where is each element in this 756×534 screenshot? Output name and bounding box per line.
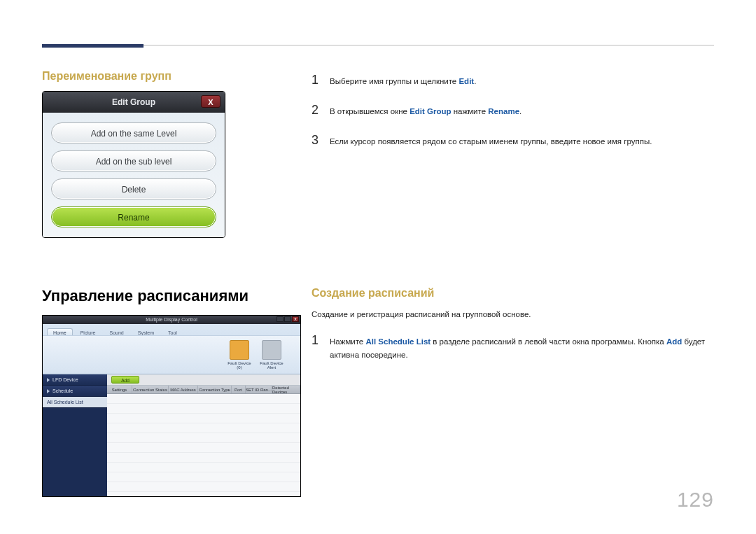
- tab-system[interactable]: System: [132, 328, 160, 335]
- step-text: В открывшемся окне: [330, 107, 410, 115]
- maximize-icon[interactable]: [284, 316, 291, 322]
- keyword-all-schedule: All Schedule List: [365, 337, 430, 346]
- chapter-bar: [42, 44, 144, 48]
- keyword-editgroup: Edit Group: [410, 107, 451, 115]
- grid-rows: [107, 394, 300, 496]
- step-text: .: [474, 77, 476, 85]
- col-detected: Detected Devices: [272, 386, 300, 393]
- step-text: нажмите: [451, 107, 489, 115]
- tab-home[interactable]: Home: [47, 328, 73, 335]
- ribbon-label: Fault Device (0): [225, 361, 254, 370]
- manage-schedules-heading: Управление расписаниями: [42, 287, 308, 305]
- ribbon-label: Fault Device Alert: [257, 361, 286, 370]
- sidebar-item-schedule[interactable]: Schedule: [43, 386, 107, 397]
- col-setid: SET ID Ran...: [246, 386, 272, 393]
- col-mac: MAC Address: [169, 386, 198, 393]
- edit-group-dialog: Edit Group X Add on the same Level Add o…: [42, 91, 225, 238]
- tab-sound[interactable]: Sound: [103, 328, 130, 335]
- step-number: 1: [312, 330, 330, 351]
- ribbon-fault-alert[interactable]: Fault Device Alert: [257, 340, 286, 370]
- col-port: Port: [232, 386, 246, 393]
- create-schedules-intro: Создание и регистрация расписаний на гру…: [312, 308, 714, 321]
- step-text: .: [519, 107, 522, 115]
- tab-tool[interactable]: Tool: [162, 328, 183, 335]
- step-number: 1: [312, 70, 330, 90]
- delete-button[interactable]: Delete: [51, 178, 216, 199]
- rename-steps: 1 Выберите имя группы и щелкните Edit. 2…: [308, 70, 714, 160]
- keyword-rename: Rename: [488, 107, 519, 115]
- page-number: 129: [677, 488, 714, 512]
- ribbon-fault-device[interactable]: Fault Device (0): [225, 340, 254, 370]
- keyword-add: Add: [666, 337, 682, 346]
- step-text: Если курсор появляется рядом со старым и…: [330, 135, 714, 148]
- close-icon[interactable]: X: [201, 95, 220, 108]
- warning-icon: [230, 340, 249, 360]
- dialog-title-text: Edit Group: [112, 97, 155, 107]
- sidebar-item-lfd[interactable]: LFD Device: [43, 374, 107, 386]
- col-conn-type: Connection Type: [198, 386, 232, 393]
- close-icon[interactable]: x: [292, 316, 299, 322]
- create-schedules-heading: Создание расписаний: [312, 287, 714, 300]
- col-conn-status: Connection Status: [132, 386, 169, 393]
- add-sub-level-button[interactable]: Add on the sub level: [51, 150, 216, 171]
- rename-button[interactable]: Rename: [51, 206, 216, 227]
- add-button[interactable]: Add: [111, 376, 139, 384]
- sidebar-item-all-schedule[interactable]: All Schedule List: [43, 397, 107, 408]
- mdc-window: Multiple Display Control x Home Picture …: [42, 315, 301, 497]
- add-same-level-button[interactable]: Add on the same Level: [51, 122, 216, 143]
- minimize-icon[interactable]: [276, 316, 284, 322]
- grid-header: Settings Connection Status MAC Address C…: [107, 386, 300, 394]
- page-content: Переименование групп Edit Group X Add on…: [42, 70, 714, 497]
- alert-icon: [262, 340, 281, 360]
- keyword-edit: Edit: [458, 77, 474, 85]
- step-number: 2: [312, 100, 330, 120]
- mdc-titlebar: Multiple Display Control x: [43, 316, 300, 324]
- sidebar: LFD Device Schedule All Schedule List: [43, 374, 107, 496]
- tab-picture[interactable]: Picture: [74, 328, 102, 335]
- rename-groups-heading: Переименование групп: [42, 70, 308, 83]
- step-text: Выберите имя группы и щелкните: [330, 77, 458, 85]
- step-text: в разделе расписаний в левой части окна …: [430, 337, 666, 346]
- mdc-title-text: Multiple Display Control: [146, 317, 197, 322]
- step-number: 3: [312, 130, 330, 150]
- dialog-title: Edit Group X: [43, 92, 225, 113]
- step-text: Нажмите: [330, 337, 365, 346]
- col-settings: Settings: [107, 386, 132, 393]
